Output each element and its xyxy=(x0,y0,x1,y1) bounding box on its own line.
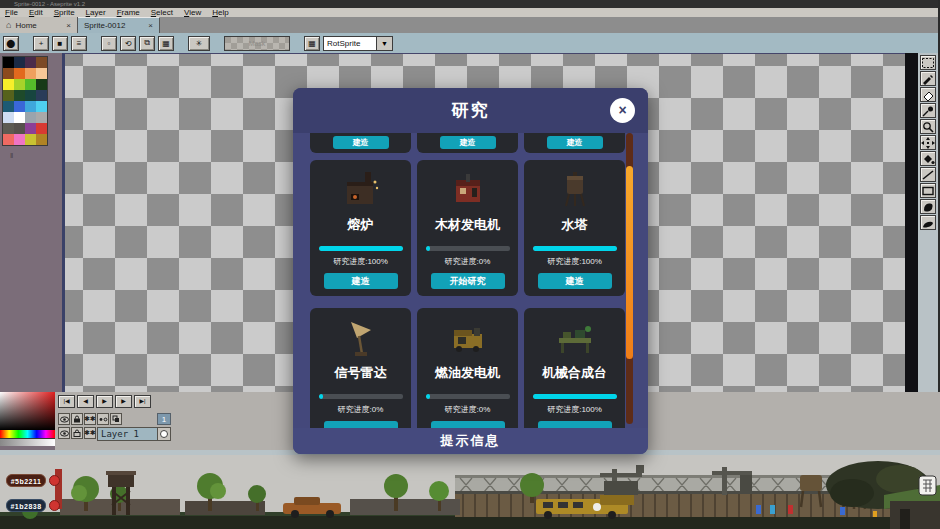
grid-button[interactable]: ▦ xyxy=(158,36,174,51)
palette-swatch[interactable] xyxy=(3,123,14,134)
build-button[interactable]: 建造 xyxy=(547,136,603,149)
palette-swatch[interactable] xyxy=(14,134,25,145)
build-button[interactable]: 建造 xyxy=(538,273,612,289)
copy-button[interactable]: ▫ xyxy=(101,36,117,51)
layer-continuous-icon[interactable]: ✱✱ xyxy=(84,427,96,439)
saturation-value-box[interactable] xyxy=(0,392,55,430)
tab-sprite-0012[interactable]: Sprite-0012 × xyxy=(78,17,160,33)
palette-swatch[interactable] xyxy=(14,101,25,112)
sparkle-button[interactable]: ✳ xyxy=(188,36,210,51)
cel-frame-1[interactable] xyxy=(157,427,171,441)
add-button[interactable]: + xyxy=(33,36,49,51)
bg-color-button[interactable] xyxy=(49,500,60,511)
last-frame-button[interactable]: ▶| xyxy=(134,395,151,408)
palette-swatch[interactable] xyxy=(3,101,14,112)
mask-button[interactable]: Mask xyxy=(224,36,290,51)
hue-slider[interactable] xyxy=(0,430,55,438)
palette-swatch[interactable] xyxy=(25,57,36,68)
layer-row: ✱✱ Layer 1 xyxy=(58,427,158,441)
palette-swatch[interactable] xyxy=(14,57,25,68)
lock-button[interactable]: ⬤ xyxy=(3,36,19,51)
build-button[interactable]: 建造 xyxy=(333,136,389,149)
build-button[interactable]: 建造 xyxy=(440,136,496,149)
palette-swatch[interactable] xyxy=(36,134,47,145)
palette-swatch[interactable] xyxy=(36,123,47,134)
palette-swatch[interactable] xyxy=(36,57,47,68)
build-button[interactable]: 建造 xyxy=(324,273,398,289)
palette-swatch[interactable] xyxy=(25,134,36,145)
start-research-button[interactable]: 开始研究 xyxy=(431,273,505,289)
eyedropper-icon[interactable] xyxy=(920,103,936,118)
palette-swatch[interactable] xyxy=(25,112,36,123)
palette-swatch[interactable] xyxy=(3,57,14,68)
rectangle-icon[interactable] xyxy=(920,183,936,198)
chevron-down-icon[interactable]: ▼ xyxy=(377,36,393,51)
palette-swatch[interactable] xyxy=(25,101,36,112)
menu-file[interactable]: File xyxy=(5,8,18,17)
menu-edit[interactable]: Edit xyxy=(29,8,43,17)
palette-swatch[interactable] xyxy=(14,68,25,79)
tiles-button[interactable]: ▦ xyxy=(304,36,320,51)
frames-icon[interactable] xyxy=(110,413,122,425)
palette-swatch[interactable] xyxy=(3,90,14,101)
prev-frame-button[interactable]: ◀ xyxy=(77,395,94,408)
eraser-icon[interactable] xyxy=(920,87,936,102)
palette-swatch[interactable] xyxy=(25,79,36,90)
continuous-icon[interactable]: ✱✱ xyxy=(84,413,96,425)
lock-icon[interactable] xyxy=(71,413,83,425)
rotation-algorithm-select[interactable]: RotSprite ▼ xyxy=(323,36,393,51)
menu-frame[interactable]: Frame xyxy=(117,8,140,17)
flip-button[interactable]: ⧉ xyxy=(139,36,155,51)
menu-help[interactable]: Help xyxy=(212,8,228,17)
menu-select[interactable]: Select xyxy=(151,8,173,17)
palette-swatch[interactable] xyxy=(14,90,25,101)
fg-color-button[interactable] xyxy=(49,475,60,486)
layer-lock-icon[interactable] xyxy=(71,427,83,439)
line-icon[interactable] xyxy=(920,167,936,182)
frame-header-1[interactable]: 1 xyxy=(157,413,171,425)
pencil-icon[interactable] xyxy=(920,71,936,86)
tab-home-close-icon[interactable]: × xyxy=(66,21,71,30)
menu-sprite[interactable]: Sprite xyxy=(54,8,75,17)
list-button[interactable]: ≡ xyxy=(71,36,87,51)
scrollbar-thumb[interactable] xyxy=(626,166,633,359)
palette-swatch[interactable] xyxy=(3,112,14,123)
brush-icon[interactable] xyxy=(920,199,936,214)
menu-view[interactable]: View xyxy=(184,8,201,17)
layer-name[interactable]: Layer 1 xyxy=(97,427,158,441)
fill-button[interactable]: ■ xyxy=(52,36,68,51)
palette-swatch[interactable] xyxy=(3,68,14,79)
palette-swatch[interactable] xyxy=(25,68,36,79)
play-button[interactable]: ▶ xyxy=(96,395,113,408)
onion-skin-icon[interactable] xyxy=(97,413,109,425)
tab-sprite-close-icon[interactable]: × xyxy=(148,21,153,30)
palette-swatch[interactable] xyxy=(14,79,25,90)
next-frame-button[interactable]: ▶ xyxy=(115,395,132,408)
rotate-button[interactable]: ⟲ xyxy=(120,36,136,51)
alpha-slider[interactable] xyxy=(0,438,55,446)
palette-swatch[interactable] xyxy=(3,79,14,90)
rectangular-marquee-icon[interactable] xyxy=(920,55,936,70)
close-icon[interactable]: × xyxy=(610,98,635,123)
move-icon[interactable] xyxy=(920,135,936,150)
context-toolbar: ⬤ + ■ ≡ ▫ ⟲ ⧉ ▦ ✳ Mask ▦ RotSprite ▼ xyxy=(0,33,940,53)
menu-layer[interactable]: Layer xyxy=(86,8,106,17)
palette-swatch[interactable] xyxy=(36,90,47,101)
palette-swatch[interactable] xyxy=(36,68,47,79)
palette-swatch[interactable] xyxy=(3,134,14,145)
palette-swatch[interactable] xyxy=(36,112,47,123)
zoom-icon[interactable] xyxy=(920,119,936,134)
smudge-icon[interactable] xyxy=(920,215,936,230)
tab-home[interactable]: ⌂ Home × xyxy=(0,17,78,33)
eye-icon[interactable] xyxy=(58,413,70,425)
first-frame-button[interactable]: |◀ xyxy=(58,395,75,408)
paint-bucket-icon[interactable] xyxy=(920,151,936,166)
palette-resize-handle[interactable]: ‖ xyxy=(10,151,14,160)
palette-swatch[interactable] xyxy=(36,101,47,112)
palette-swatch[interactable] xyxy=(36,79,47,90)
palette-swatch[interactable] xyxy=(25,90,36,101)
palette-swatch[interactable] xyxy=(14,112,25,123)
layer-visibility-icon[interactable] xyxy=(58,427,70,439)
palette-swatch[interactable] xyxy=(14,123,25,134)
palette-swatch[interactable] xyxy=(25,123,36,134)
